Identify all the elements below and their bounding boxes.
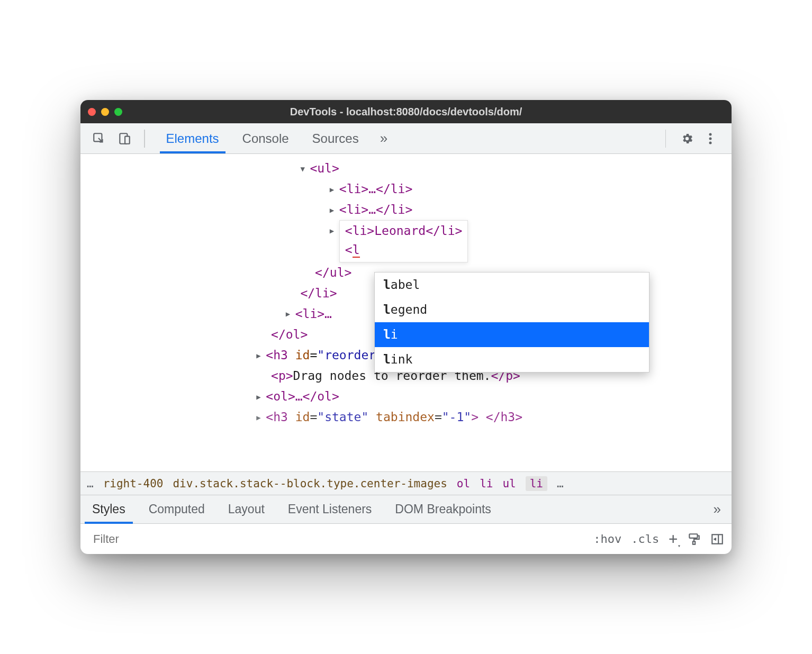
dom-line-li-1[interactable]: <li>…</li>	[80, 179, 732, 199]
settings-icon[interactable]	[675, 127, 699, 150]
titlebar: DevTools - localhost:8080/docs/devtools/…	[80, 100, 732, 123]
toolbar-right	[662, 127, 723, 150]
breadcrumb-item[interactable]: right-400	[103, 477, 164, 490]
paint-icon[interactable]	[687, 532, 701, 546]
kebab-icon[interactable]	[699, 127, 722, 150]
breadcrumb-overflow-right[interactable]: …	[557, 477, 564, 490]
dom-line-li-2[interactable]: <li>…</li>	[80, 199, 732, 220]
window-title: DevTools - localhost:8080/docs/devtools/…	[290, 106, 522, 118]
svg-rect-7	[693, 541, 695, 544]
filter-input[interactable]	[88, 529, 589, 549]
cls-button[interactable]: .cls	[631, 532, 659, 546]
styles-filter-row: :hov .cls +	[80, 523, 732, 554]
subtab-layout[interactable]: Layout	[216, 495, 276, 523]
svg-point-5	[709, 141, 712, 144]
dom-tree-panel[interactable]: <ul> <li>…</li> <li>…</li> <li>Leonard</…	[80, 154, 732, 471]
subtab-event-listeners[interactable]: Event Listeners	[276, 495, 384, 523]
main-toolbar: Elements Console Sources »	[80, 123, 732, 154]
autocomplete-item-li[interactable]: li	[375, 322, 649, 347]
toolbar-divider-2	[665, 130, 666, 148]
more-tabs-icon[interactable]: »	[371, 123, 397, 153]
devtools-window: DevTools - localhost:8080/docs/devtools/…	[80, 100, 732, 554]
dom-line-h3b[interactable]: <h3 id="state" tabindex="-1"> </h3>	[80, 407, 732, 428]
svg-rect-2	[125, 136, 130, 143]
autocomplete-item-label[interactable]: label	[375, 272, 649, 297]
tab-console[interactable]: Console	[231, 123, 301, 153]
new-style-button[interactable]: +	[669, 530, 678, 548]
subtab-dom-breakpoints[interactable]: DOM Breakpoints	[383, 495, 503, 523]
dom-line-ul-open[interactable]: <ul>	[80, 158, 732, 179]
inspect-icon[interactable]	[90, 130, 108, 148]
autocomplete-item-legend[interactable]: legend	[375, 297, 649, 322]
main-tabs: Elements Console Sources »	[155, 123, 398, 153]
svg-point-3	[709, 133, 712, 135]
styles-tabs: Styles Computed Layout Event Listeners D…	[80, 495, 732, 523]
tab-elements[interactable]: Elements	[155, 123, 231, 153]
svg-point-4	[709, 137, 712, 140]
html-edit-box: <li>Leonard</li><l	[339, 220, 468, 262]
breadcrumb-item[interactable]: ol	[457, 477, 470, 490]
breadcrumbs[interactable]: … right-400 div.stack.stack--block.type.…	[80, 471, 732, 495]
subtab-styles[interactable]: Styles	[80, 495, 137, 523]
subtab-computed[interactable]: Computed	[137, 495, 216, 523]
breadcrumb-item[interactable]: li	[480, 477, 493, 490]
tab-sources[interactable]: Sources	[301, 123, 371, 153]
minimize-icon[interactable]	[101, 108, 109, 116]
device-toggle-icon[interactable]	[115, 130, 133, 148]
breadcrumb-overflow-left[interactable]: …	[87, 477, 94, 490]
svg-rect-6	[689, 534, 697, 538]
breadcrumb-item[interactable]: ul	[502, 477, 516, 490]
close-icon[interactable]	[88, 108, 96, 116]
hov-button[interactable]: :hov	[593, 532, 621, 546]
autocomplete-popup: label legend li link	[374, 272, 649, 373]
traffic-lights	[88, 108, 122, 116]
toolbar-divider	[144, 130, 145, 148]
breadcrumb-item-selected[interactable]: li	[526, 476, 547, 491]
more-subtabs-icon[interactable]: »	[703, 495, 732, 523]
toggle-sidebar-icon[interactable]	[710, 532, 724, 546]
dom-line-ol[interactable]: <ol>…</ol>	[80, 386, 732, 407]
maximize-icon[interactable]	[114, 108, 122, 116]
breadcrumb-item[interactable]: div.stack.stack--block.type.center-image…	[173, 477, 447, 490]
dom-line-edit[interactable]: <li>Leonard</li><l	[80, 220, 732, 262]
autocomplete-item-link[interactable]: link	[375, 347, 649, 372]
